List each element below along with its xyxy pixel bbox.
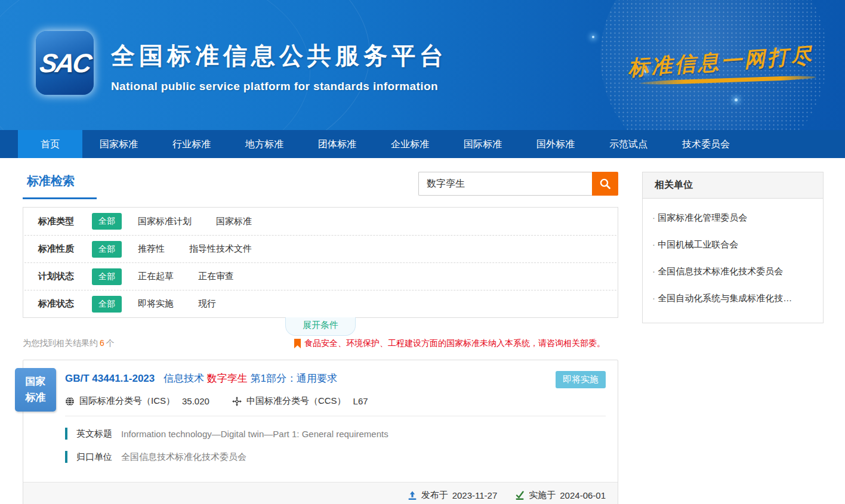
search-button[interactable] [592,172,618,196]
ccs-value: L67 [353,396,368,406]
filter-row-plan-status: 计划状态 全部 正在起草 正在审查 [24,262,616,290]
filter-row-standard-status: 标准状态 全部 即将实施 现行 [24,290,616,317]
nav-item-label: 团体标准 [318,139,356,149]
magnifier-icon [599,178,611,190]
detail-row-english-title: 英文标题 Information technology—Digital twin… [65,428,606,440]
nav-item-label: 首页 [41,139,60,149]
nav-item-label: 国家标准 [100,139,138,149]
detail-value: Information technology—Digital twin—Part… [121,429,388,439]
classification-row: 国际标准分类号（ICS） 35.020 [65,395,606,407]
filter-row-standard-nature: 标准性质 全部 推荐性 指导性技术文件 [24,235,616,262]
site-title: 全国标准信息公共服务平台 [111,39,448,72]
badge-line: 国家 [26,374,46,389]
sidebar-item-it-standardization-committee[interactable]: 全国信息技术标准化技术委员会 [652,258,813,285]
publish-upload-icon [408,491,417,500]
row-marker-bar [65,451,67,463]
ics-classification: 国际标准分类号（ICS） 35.020 [65,395,209,407]
related-units-list: 国家标准化管理委员会 中国机械工业联合会 全国信息技术标准化技术委员会 全国自动… [643,199,823,323]
filter-option[interactable]: 指导性技术文件 [189,243,252,255]
sidebar-column: 相关单位 国家标准化管理委员会 中国机械工业联合会 全国信息技术标准化技术委员会… [642,172,824,504]
filter-option[interactable]: 推荐性 [138,243,165,255]
results-summary-row: 为您找到相关结果约6个 食品安全、环境保护、工程建设方面的国家标准未纳入本系统，… [23,338,618,349]
publish-label: 发布于 [421,490,448,501]
compass-icon [232,397,242,406]
filter-panel: 标准类型 全部 国家标准计划 国家标准 标准性质 全部 推荐性 指导性技术文件 … [23,207,618,318]
national-standard-badge: 国家 标准 [15,368,56,412]
sidebar-item-sac[interactable]: 国家标准化管理委员会 [652,205,813,231]
sidebar-item-machinery-federation[interactable]: 中国机械工业联合会 [652,231,813,258]
standard-title-cn: 信息技术 [164,373,204,384]
results-count-prefix: 为您找到相关结果约 [23,338,98,348]
filter-all-button[interactable]: 全部 [92,268,122,285]
related-units-panel: 相关单位 国家标准化管理委员会 中国机械工业联合会 全国信息技术标准化技术委员会… [642,172,824,323]
nav-item-label: 行业标准 [172,139,211,149]
nav-item-local-standards[interactable]: 地方标准 [228,130,301,158]
standard-result-card: 国家 标准 即将实施 GB/T 43441.1-2023 信息技术 数字孪生 第… [23,360,618,504]
results-count-number: 6 [100,338,104,348]
filter-row-standard-type: 标准类型 全部 国家标准计划 国家标准 [24,208,616,235]
standard-code-link[interactable]: GB/T 43441.1-2023 [65,373,155,384]
ccs-classification: 中国标准分类号（CCS） L67 [232,395,368,407]
filter-option[interactable]: 即将实施 [138,298,174,310]
sac-logo[interactable]: SAC [36,31,94,95]
card-footer: 发布于 2023-11-27 实施于 2024-06-01 [23,482,618,504]
card-divider [65,416,606,416]
site-subtitle: National public service platform for sta… [111,80,448,93]
detail-label: 归口单位 [76,452,112,463]
filter-all-button[interactable]: 全部 [92,296,122,313]
status-badge: 即将实施 [556,371,606,388]
nav-item-label: 技术委员会 [682,139,730,149]
results-column: 标准检索 标准类型 全部 国家标准计划 国家标准 [23,172,618,504]
publish-date-item: 发布于 2023-11-27 [408,490,498,501]
filter-option[interactable]: 正在审查 [198,271,234,282]
results-count-suffix: 个 [106,338,115,348]
system-notice: 食品安全、环境保护、工程建设方面的国家标准未纳入本系统，请咨询相关部委。 [294,338,605,349]
nav-item-technical-committee[interactable]: 技术委员会 [665,130,747,158]
filter-all-button[interactable]: 全部 [92,241,122,258]
filter-option[interactable]: 国家标准 [216,216,252,227]
globe-icon [65,397,75,406]
banner-titles: 全国标准信息公共服务平台 National public service pla… [111,39,448,93]
implement-date-item: 实施于 2024-06-01 [515,490,606,501]
filter-all-button[interactable]: 全部 [92,213,122,230]
ccs-label: 中国标准分类号（CCS） [246,395,346,407]
expand-conditions-button[interactable]: 展开条件 [285,317,356,336]
filter-label: 标准性质 [38,243,92,255]
nav-item-label: 国际标准 [464,139,502,149]
badge-line: 标准 [26,390,46,406]
spark-decoration [735,98,738,101]
filter-option[interactable]: 正在起草 [138,271,174,282]
site-banner: SAC 全国标准信息公共服务平台 National public service… [0,0,845,130]
spark-decoration [592,36,594,38]
main-content: 标准检索 标准类型 全部 国家标准计划 国家标准 [0,158,845,504]
row-marker-bar [65,428,67,440]
standard-title-keyword: 数字孪生 [207,373,248,384]
nav-item-group-standards[interactable]: 团体标准 [301,130,374,158]
nav-item-national-standards[interactable]: 国家标准 [82,130,155,158]
nav-item-international-standards[interactable]: 国际标准 [446,130,519,158]
detail-value: 全国信息技术标准化技术委员会 [121,452,246,463]
filter-option[interactable]: 国家标准计划 [138,216,192,227]
implement-check-icon [515,491,525,500]
nav-item-label: 企业标准 [391,139,429,149]
nav-item-industry-standards[interactable]: 行业标准 [155,130,228,158]
nav-item-label: 国外标准 [536,139,575,149]
search-bar [418,172,618,196]
filter-option[interactable]: 现行 [198,298,216,310]
detail-row-committee: 归口单位 全国信息技术标准化技术委员会 [65,451,606,463]
ics-label: 国际标准分类号（ICS） [79,395,175,407]
filter-label: 标准类型 [38,216,92,227]
nav-item-home[interactable]: 首页 [18,130,82,158]
standard-title-part: 第1部分：通用要求 [250,373,337,384]
nav-item-pilot-program[interactable]: 示范试点 [592,130,665,158]
search-input[interactable] [418,172,592,196]
main-nav: 首页 国家标准 行业标准 地方标准 团体标准 企业标准 国际标准 国外标准 示范… [0,130,845,158]
nav-item-foreign-standards[interactable]: 国外标准 [519,130,592,158]
sidebar-item-automation-committee[interactable]: 全国自动化系统与集成标准化技… [652,285,813,312]
search-header-row: 标准检索 [23,172,618,199]
filter-label: 计划状态 [38,271,92,282]
page-title: 标准检索 [23,172,97,199]
nav-item-label: 示范试点 [609,139,647,149]
nav-item-enterprise-standards[interactable]: 企业标准 [374,130,446,158]
card-body: GB/T 43441.1-2023 信息技术 数字孪生 第1部分：通用要求 [23,360,618,472]
